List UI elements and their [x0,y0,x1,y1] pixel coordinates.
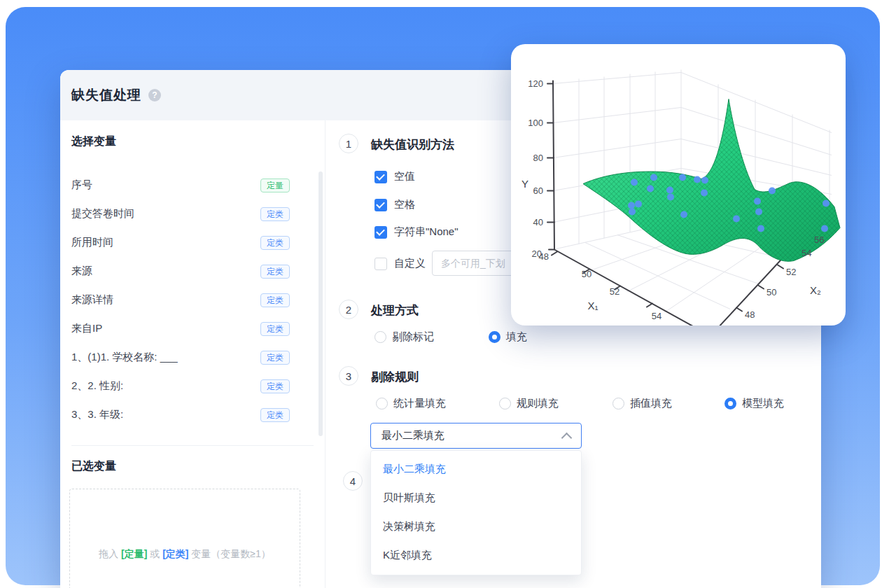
variable-type-tag: 定类 [260,379,290,393]
x2-tick: 50 [766,287,776,298]
x2-tick: 56 [814,234,824,245]
scatter-dot [754,198,761,205]
step-1-title: 缺失值识别方法 [371,136,454,153]
checkbox-space[interactable]: 空格 [374,198,415,211]
variable-type-tag: 定类 [260,351,290,365]
variable-list: 序号定量 提交答卷时间定类 所用时间定类 来源定类 来源详情定类 来自IP定类 … [71,171,290,429]
radio-rule-fill[interactable]: 规则填充 [499,397,559,410]
step-2-title: 处理方式 [371,302,419,318]
radio-off-icon[interactable] [612,398,624,410]
radio-label: 规则填充 [517,397,559,410]
variable-list-scrollbar[interactable] [318,172,323,436]
selected-variables-dropzone[interactable]: 拖入 [定量] 或 [定类] 变量（变量数≥1） [69,489,300,588]
step-3-number: 3 [339,366,358,386]
variable-row[interactable]: 提交答卷时间定类 [71,200,290,228]
option-bayes[interactable]: 贝叶斯填充 [371,483,581,512]
step-2-number: 2 [339,300,358,319]
checkbox-null[interactable]: 空值 [374,170,415,183]
scatter-dot [650,174,657,181]
x2-tick: 48 [745,309,755,320]
radio-interpolation-fill[interactable]: 插值填充 [612,397,672,410]
radio-off-icon[interactable] [499,398,511,410]
variable-type-tag: 定类 [260,408,290,422]
radio-model-fill[interactable]: 模型填充 [724,397,784,410]
scatter-dot [757,225,764,232]
fill-method-select[interactable]: 最小二乘填充 [370,423,582,449]
radio-on-icon[interactable] [489,331,500,343]
variable-label: 来源详情 [71,293,113,307]
variable-row[interactable]: 来源定类 [71,257,290,286]
radio-label: 插值填充 [630,397,672,410]
surface-plot: 120 100 80 60 40 20 48 50 52 54 48 50 52… [511,44,846,326]
y-tick: 60 [533,186,543,196]
checkbox-unchecked-icon[interactable] [374,258,387,270]
checkbox-label: 字符串"None" [394,225,458,239]
variable-row[interactable]: 所用时间定类 [71,228,290,257]
variable-row[interactable]: 来自IP定类 [71,314,290,343]
variable-row[interactable]: 2、2. 性别:定类 [71,372,290,400]
x1-tick: 50 [582,269,592,279]
checkbox-checked-icon[interactable] [374,226,387,239]
x1-tick: 52 [610,286,620,297]
scatter-dot [821,225,828,232]
radio-statistic-fill[interactable]: 统计量填充 [376,397,446,410]
scatter-dot [667,194,674,201]
variable-label: 来源 [71,265,92,278]
variable-label: 2、2. 性别: [71,379,123,393]
radio-label: 模型填充 [742,397,784,410]
radio-off-icon[interactable] [376,398,388,410]
checkbox-label: 自定义 [394,257,426,270]
variable-label: 来自IP [71,322,102,335]
scatter-dot [647,186,654,192]
scatter-dot [680,211,687,218]
drop-hint-text: 变量（变量数≥1） [188,548,270,559]
variable-label: 提交答卷时间 [71,207,134,220]
fill-method-options: 最小二乘填充 贝叶斯填充 决策树填充 K近邻填充 [370,450,582,575]
help-icon[interactable]: ? [148,89,161,102]
left-panel-divider [71,445,314,446]
option-knn[interactable]: K近邻填充 [371,540,581,569]
radio-fill[interactable]: 填充 [489,330,527,344]
scatter-dot [635,201,642,208]
panel-divider [325,120,326,588]
checkbox-custom[interactable]: 自定义 [374,257,426,270]
x2-tick: 52 [786,267,796,277]
variable-label: 1、(1)1. 学校名称: ___ [71,351,178,364]
option-decision-tree[interactable]: 决策树填充 [371,512,581,540]
checkbox-none-string[interactable]: 字符串"None" [374,225,458,239]
variable-label: 所用时间 [71,236,113,249]
x1-axis-label: X₁ [587,300,598,312]
variable-type-tag: 定类 [260,293,290,307]
step-3-title: 剔除规则 [371,369,419,385]
checkbox-checked-icon[interactable] [374,199,387,211]
checkbox-label: 空值 [394,170,415,183]
radio-off-icon[interactable] [374,331,386,343]
scatter-dot [769,188,776,195]
y-axis-label: Y [522,178,528,190]
drop-hint: 拖入 [定量] 或 [定类] 变量（变量数≥1） [70,548,300,561]
scatter-dot [629,209,636,216]
variable-label: 序号 [71,178,92,192]
variable-row[interactable]: 1、(1)1. 学校名称: ___定类 [71,343,290,372]
variable-type-tag: 定类 [260,322,290,336]
scatter-dot [631,179,638,186]
radio-remove-mark[interactable]: 剔除标记 [374,330,434,344]
y-tick: 80 [533,153,543,163]
checkbox-checked-icon[interactable] [374,171,387,183]
scatter-dot [628,202,635,209]
scatter-dot [666,187,673,194]
select-value: 最小二乘填充 [382,429,444,442]
variable-row[interactable]: 3、3. 年级:定类 [71,400,290,429]
radio-label: 填充 [506,330,527,344]
scatter-dot [701,190,708,197]
variable-type-tag: 定类 [260,236,290,250]
y-tick: 40 [533,217,543,227]
checkbox-label: 空格 [394,198,415,211]
option-least-squares[interactable]: 最小二乘填充 [371,454,581,483]
selected-variables-heading: 已选变量 [71,459,116,474]
variable-row[interactable]: 来源详情定类 [71,286,290,314]
radio-on-icon[interactable] [724,398,736,410]
scatter-dot [755,209,762,216]
variable-row[interactable]: 序号定量 [71,171,290,200]
surface-mesh [583,99,840,262]
